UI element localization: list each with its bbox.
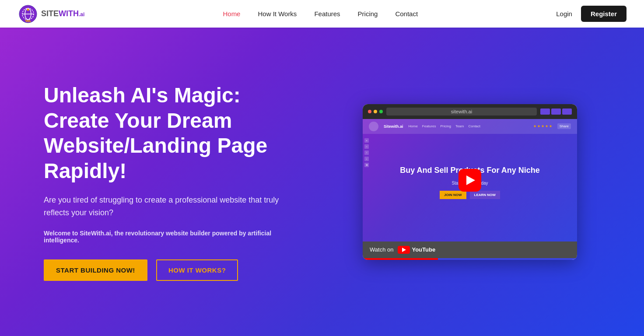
video-sidebar: + − ↑ ↓ ⊕ xyxy=(363,136,371,242)
hero-subtitle: Are you tired of struggling to create a … xyxy=(44,194,304,219)
svg-point-4 xyxy=(27,8,29,10)
hero-buttons: START BUILDING NOW! HOW IT WORKS? xyxy=(44,259,304,281)
mini-link-features: Features xyxy=(422,124,436,128)
video-progress-fill xyxy=(363,258,438,260)
browser-btn-1 xyxy=(540,108,550,115)
logo-text: SITEWITH.ai xyxy=(41,9,84,18)
nav-item-features[interactable]: Features xyxy=(314,10,340,18)
dot-yellow xyxy=(374,110,377,113)
mini-link-contact: Contact xyxy=(468,124,480,128)
hero-section: Unleash AI's Magic: Create Your Dream We… xyxy=(0,28,644,336)
mini-link-home: Home xyxy=(409,124,418,128)
navbar: SITEWITH.ai Home How It Works Features P… xyxy=(0,0,644,28)
watch-on-text: Watch on xyxy=(370,246,393,253)
share-button[interactable]: Share xyxy=(557,123,571,129)
mini-link-pricing: Pricing xyxy=(440,124,451,128)
join-now-button[interactable]: JOIN NOW xyxy=(440,191,466,199)
scroll-btn-3: ↑ xyxy=(364,150,369,155)
star-1: ★ xyxy=(533,124,536,128)
play-button[interactable] xyxy=(458,169,481,192)
mini-nav-links: Home Features Pricing Team Contact xyxy=(409,124,481,128)
start-building-button[interactable]: START BUILDING NOW! xyxy=(44,259,147,281)
browser-action-buttons xyxy=(540,108,572,115)
logo-link[interactable]: SITEWITH.ai xyxy=(18,4,84,24)
logo-icon xyxy=(18,4,38,24)
hero-description: Welcome to SiteWith.ai, the revolutionar… xyxy=(44,230,304,244)
browser-btn-2 xyxy=(551,108,561,115)
how-it-works-button[interactable]: HOW IT WORKS? xyxy=(156,259,238,281)
browser-dots xyxy=(368,110,383,113)
nav-link-how-it-works[interactable]: How It Works xyxy=(258,10,297,18)
hero-content: Unleash AI's Magic: Create Your Dream We… xyxy=(44,83,304,281)
video-cta-buttons: JOIN NOW LEARN NOW xyxy=(440,191,500,199)
login-link[interactable]: Login xyxy=(556,10,572,18)
browser-url: sitewith.ai xyxy=(386,108,537,116)
video-card: sitewith.ai Sitewith.ai Home Features Pr… xyxy=(363,104,577,260)
nav-item-pricing[interactable]: Pricing xyxy=(358,10,378,18)
star-3: ★ xyxy=(541,124,544,128)
youtube-play-icon xyxy=(402,248,406,252)
star-2: ★ xyxy=(537,124,540,128)
video-inner: Sitewith.ai Home Features Pricing Team C… xyxy=(363,119,577,242)
nav-item-how-it-works[interactable]: How It Works xyxy=(258,10,297,18)
browser-bar: sitewith.ai xyxy=(363,104,577,119)
nav-item-contact[interactable]: Contact xyxy=(395,10,418,18)
mini-stars: ★ ★ ★ ★ ★ xyxy=(533,124,552,128)
star-5: ★ xyxy=(549,124,552,128)
learn-now-button[interactable]: LEARN NOW xyxy=(470,191,500,199)
mini-nav: Sitewith.ai Home Features Pricing Team C… xyxy=(363,119,577,134)
scroll-btn-4: ↓ xyxy=(364,157,369,161)
youtube-icon xyxy=(398,246,410,254)
dot-red xyxy=(368,110,371,113)
nav-link-home[interactable]: Home xyxy=(223,10,240,18)
play-icon xyxy=(466,175,475,185)
hero-title: Unleash AI's Magic: Create Your Dream We… xyxy=(44,83,304,183)
scroll-btn-5: ⊕ xyxy=(364,163,369,167)
browser-btn-3 xyxy=(562,108,572,115)
star-4: ★ xyxy=(545,124,548,128)
nav-right: Login Register xyxy=(556,6,626,22)
youtube-logo: YouTube xyxy=(398,246,435,254)
mini-logo-icon xyxy=(369,122,378,131)
dot-green xyxy=(379,110,383,113)
mini-link-team: Team xyxy=(455,124,464,128)
scroll-btn-2: − xyxy=(364,144,369,149)
nav-link-features[interactable]: Features xyxy=(314,10,340,18)
hero-video: sitewith.ai Sitewith.ai Home Features Pr… xyxy=(340,104,600,260)
register-button[interactable]: Register xyxy=(581,6,626,22)
youtube-text: YouTube xyxy=(412,246,435,253)
youtube-bar: Watch on YouTube xyxy=(363,242,577,258)
mini-site-name: Sitewith.ai xyxy=(384,124,403,129)
nav-links: Home How It Works Features Pricing Conta… xyxy=(223,10,418,18)
nav-link-pricing[interactable]: Pricing xyxy=(358,10,378,18)
nav-item-home[interactable]: Home xyxy=(223,10,240,18)
scroll-btn-1: + xyxy=(364,138,369,143)
video-progress-bar xyxy=(363,258,577,260)
nav-link-contact[interactable]: Contact xyxy=(395,10,418,18)
